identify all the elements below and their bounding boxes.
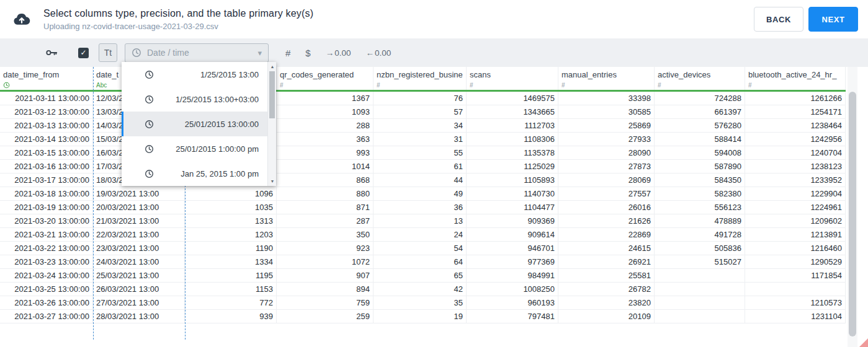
clock-icon	[145, 169, 154, 178]
table-cell: 13	[374, 214, 467, 228]
table-row: 2021-03-27 13:00:0028/03/2021 13:0093925…	[0, 310, 846, 323]
currency-type-button[interactable]: $	[305, 48, 310, 58]
table-cell: 576280	[655, 119, 745, 133]
table-cell: 26016	[558, 201, 655, 214]
table-cell: 894	[277, 283, 374, 296]
column-header[interactable]: date_time_from	[0, 67, 93, 90]
date-format-option[interactable]: 1/25/2015 13:00	[122, 62, 276, 87]
table-cell: 1203	[185, 228, 277, 242]
date-format-option-label: Jan 25, 2015 1:00 pm	[160, 169, 259, 178]
table-cell: 946701	[467, 242, 558, 255]
next-button[interactable]: NEXT	[808, 7, 858, 32]
column-type-icon	[3, 81, 92, 89]
table-cell: 1216460	[745, 242, 846, 255]
table-cell: 759	[277, 296, 374, 310]
table-cell: 1035	[185, 201, 277, 214]
table-cell: 1242956	[745, 133, 846, 146]
dropdown-scrollbar[interactable]: ▲ ▼	[267, 62, 276, 186]
table-cell: 65	[374, 269, 467, 283]
include-column-checkbox[interactable]: ✓	[78, 48, 89, 58]
date-format-option[interactable]: 25/01/2015 13:00:00	[122, 112, 276, 136]
table-cell: 2021-03-11 13:00:00	[0, 92, 93, 105]
date-format-select[interactable]: Date / time ▾	[125, 43, 269, 63]
scroll-up-arrow[interactable]: ▲	[268, 64, 277, 69]
table-cell: 594008	[655, 146, 745, 160]
column-header[interactable]: bluetooth_active_24_hr_#	[745, 67, 846, 90]
table-cell: 21626	[558, 214, 655, 228]
table-row: 2021-03-26 13:00:0027/03/2021 13:0077275…	[0, 296, 846, 310]
table-cell	[655, 283, 745, 296]
table-cell: 1093	[277, 105, 374, 119]
table-row: 2021-03-19 13:00:0020/03/2021 13:0010358…	[0, 201, 846, 214]
vertical-scrollbar[interactable]	[848, 67, 857, 347]
table-cell: 2021-03-18 13:00:00	[0, 187, 93, 201]
dropdown-scrollbar-thumb[interactable]	[269, 71, 275, 118]
column-type-icon: #	[658, 81, 745, 89]
table-cell: 2021-03-24 13:00:00	[0, 269, 93, 283]
table-cell: 21/03/2021 13:00	[93, 214, 185, 228]
primary-key-icon[interactable]	[45, 46, 58, 59]
table-cell: 287	[277, 214, 374, 228]
table-cell: 57	[374, 105, 467, 119]
table-cell: 34	[374, 119, 467, 133]
table-cell: 1229904	[745, 187, 846, 201]
table-cell: 22/03/2021 13:00	[93, 228, 185, 242]
clock-icon	[145, 120, 154, 129]
column-name: bluetooth_active_24_hr_	[748, 70, 845, 79]
table-cell: 584350	[655, 174, 745, 187]
upload-cloud-icon	[12, 10, 31, 29]
table-cell: 923	[277, 242, 374, 255]
table-cell: 2021-03-16 13:00:00	[0, 160, 93, 174]
table-cell: 1153	[185, 283, 277, 296]
text-type-button[interactable]: Tt	[99, 43, 117, 62]
date-format-option[interactable]: Jan 25, 2015 1:00 pm	[122, 161, 276, 186]
table-cell: 24	[374, 228, 467, 242]
table-cell: 64	[374, 255, 467, 269]
table-cell: 288	[277, 119, 374, 133]
table-cell: 25/03/2021 13:00	[93, 269, 185, 283]
column-header[interactable]: qr_codes_generated#	[277, 67, 374, 90]
table-cell: 26/03/2021 13:00	[93, 283, 185, 296]
table-cell: 588414	[655, 133, 745, 146]
selected-column-left-guide	[93, 67, 94, 340]
column-name: manual_entries	[562, 70, 654, 79]
table-cell: 61	[374, 160, 467, 174]
table-cell: 1290529	[745, 255, 846, 269]
table-cell: 1261266	[745, 92, 846, 105]
table-row: 2021-03-23 13:00:0024/03/2021 13:0013341…	[0, 255, 846, 269]
upload-filename: Uploading nz-covid-tracer-usage-2021-03-…	[43, 22, 313, 31]
table-cell: 30585	[558, 105, 655, 119]
column-header[interactable]: scans#	[467, 67, 558, 90]
vertical-scrollbar-thumb[interactable]	[849, 92, 856, 336]
clock-icon	[145, 70, 154, 79]
number-type-button[interactable]: #	[285, 48, 290, 58]
table-cell: 25581	[558, 269, 655, 283]
table-cell	[655, 269, 745, 283]
date-format-option[interactable]: 1/25/2015 13:00+03:00	[122, 87, 276, 112]
column-name: date_time_from	[3, 70, 92, 79]
decimal-decrease-button[interactable]: ←0.00	[365, 48, 391, 58]
table-cell: 27933	[558, 133, 655, 146]
table-cell: 2021-03-26 13:00:00	[0, 296, 93, 310]
scroll-down-arrow[interactable]: ▼	[268, 179, 277, 183]
table-cell: 27/03/2021 13:00	[93, 296, 185, 310]
column-header[interactable]: active_devices#	[655, 67, 745, 90]
column-header[interactable]: manual_entries#	[558, 67, 655, 90]
table-cell: 1209602	[745, 214, 846, 228]
column-name: nzbn_registered_busine	[377, 70, 466, 79]
table-cell: 35	[374, 296, 467, 310]
table-cell: 2021-03-20 13:00:00	[0, 214, 93, 228]
date-format-option[interactable]: 25/01/2015 1:00:00 pm	[122, 136, 276, 161]
table-cell: 1233952	[745, 174, 846, 187]
date-format-select-value: Date / time	[147, 48, 257, 58]
column-type-icon: #	[280, 81, 373, 89]
table-row: 2021-03-20 13:00:0021/03/2021 13:0013132…	[0, 214, 846, 228]
column-header[interactable]: nzbn_registered_busine#	[374, 67, 467, 90]
back-button[interactable]: BACK	[754, 7, 803, 32]
table-cell: 76	[374, 92, 467, 105]
app-window: Select columns type, precision, and the …	[0, 0, 868, 347]
column-type-icon: #	[562, 81, 654, 89]
table-cell: 36	[374, 201, 467, 214]
decimal-increase-button[interactable]: →0.00	[326, 48, 351, 58]
table-cell: 363	[277, 133, 374, 146]
